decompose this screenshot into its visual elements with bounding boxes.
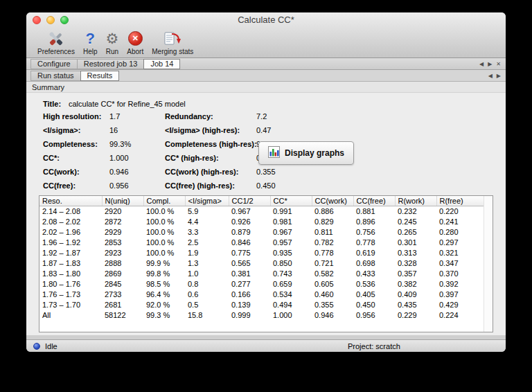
tab-results[interactable]: Results	[80, 71, 120, 81]
merging-stats-button[interactable]: Merging stats	[148, 29, 197, 55]
close-window-button[interactable]	[33, 16, 41, 24]
cell-nuniq: 2845	[102, 279, 143, 289]
app-window: Calculate CC*	[26, 12, 506, 352]
cell-compl: 99.3 %	[143, 310, 185, 321]
cell-cc-free: 0.756	[353, 227, 395, 238]
display-graphs-button[interactable]: Display graphs	[258, 141, 354, 165]
summary-label-1: CC(work):	[43, 165, 109, 179]
cell-cc-work: 0.886	[312, 206, 353, 217]
minimize-window-button[interactable]	[46, 16, 55, 24]
run-button[interactable]: ⚙ Run	[102, 29, 123, 55]
cell-cc-free: 0.619	[353, 248, 395, 258]
table-row[interactable]: 2.14 – 2.08 2920 100.0 % 5.9 0.967 0.991…	[39, 206, 493, 217]
results-panel: Title:calculate CC* for Refine_45 model …	[26, 93, 506, 335]
tab-scroll-left-icon[interactable]: ◀	[479, 61, 484, 67]
summary-row: CC(work):0.946CC(work) (high-res):0.355	[39, 165, 493, 179]
cell-cc-work: 0.778	[312, 248, 353, 258]
cell-r-work: 0.313	[395, 248, 436, 258]
table-row[interactable]: 1.87 – 1.83 2888 99.9 % 1.3 0.565 0.850 …	[39, 258, 493, 269]
cell-r-work: 0.357	[395, 269, 436, 279]
column-header[interactable]: R(work)	[395, 196, 436, 206]
table-row[interactable]: 1.83 – 1.80 2869 99.8 % 1.0 0.381 0.743 …	[39, 269, 493, 279]
cell-cc-work: 0.811	[312, 227, 353, 238]
column-header[interactable]: N(uniq)	[102, 196, 143, 206]
table-header-row: Reso.N(uniq)Compl.<I/sigma>CC1/2CC*CC(wo…	[39, 196, 493, 206]
column-header[interactable]: CC(free)	[353, 196, 395, 206]
preferences-button[interactable]: Preferences	[33, 29, 79, 55]
cell-reso: 1.96 – 1.92	[39, 238, 102, 248]
tab-scroll-right-icon[interactable]: ▶	[488, 61, 492, 67]
cell-r-work: 0.435	[395, 300, 436, 310]
cell-cc-star: 0.743	[270, 269, 312, 279]
window-header: Calculate CC*	[26, 12, 506, 58]
cell-cc-free: 0.405	[353, 289, 395, 300]
cell-nuniq: 2888	[102, 258, 143, 269]
cell-compl: 100.0 %	[143, 238, 185, 248]
cell-cc-free: 0.698	[353, 258, 395, 269]
column-header[interactable]: CC*	[270, 196, 312, 206]
cell-isigma: 0.8	[185, 279, 229, 289]
results-table-container: Reso.N(uniq)Compl.<I/sigma>CC1/2CC*CC(wo…	[39, 195, 493, 332]
table-row[interactable]: 2.08 – 2.02 2872 100.0 % 4.4 0.926 0.981…	[39, 217, 493, 227]
cell-cc-half: 0.967	[229, 206, 270, 217]
tab-close-icon[interactable]: ✕	[496, 61, 501, 67]
result-tab-scroll-left-icon[interactable]: ◀	[488, 73, 493, 79]
cell-cc-half: 0.139	[229, 300, 270, 310]
tab-run-status[interactable]: Run status	[30, 71, 81, 81]
cell-cc-free: 0.881	[353, 206, 395, 217]
cell-compl: 99.9 %	[143, 258, 185, 269]
project-label: Project: scratch	[348, 342, 400, 350]
cell-isigma: 4.4	[185, 217, 229, 227]
summary-value-1: 0.956	[109, 179, 165, 193]
table-row[interactable]: 1.73 – 1.70 2681 92.0 % 0.5 0.139 0.494 …	[39, 300, 493, 310]
summary-label-2: CC(free) (high-res):	[165, 179, 256, 193]
cell-cc-half: 0.277	[229, 279, 270, 289]
cell-cc-star: 0.981	[270, 217, 312, 227]
cell-cc-free: 0.896	[353, 217, 395, 227]
cell-nuniq: 58122	[102, 310, 143, 321]
cell-r-work: 0.229	[395, 310, 436, 321]
cell-reso: All	[39, 310, 102, 321]
window-controls	[33, 16, 69, 24]
merging-stats-icon	[163, 29, 181, 48]
table-row[interactable]: 1.96 – 1.92 2853 100.0 % 2.5 0.846 0.957…	[39, 238, 493, 248]
table-row[interactable]: 1.80 – 1.76 2845 98.5 % 0.8 0.277 0.659 …	[39, 279, 493, 289]
summary-value-2: 7.2	[256, 109, 267, 123]
abort-button[interactable]: ✕ Abort	[123, 29, 148, 55]
cell-cc-half: 0.166	[229, 289, 270, 300]
titlebar[interactable]: Calculate CC*	[26, 12, 506, 28]
cell-cc-half: 0.565	[229, 258, 270, 269]
column-header[interactable]: Reso.	[39, 196, 102, 206]
zoom-window-button[interactable]	[60, 16, 69, 24]
toolbar: Preferences ? Help ⚙ Run ✕	[26, 28, 506, 57]
cell-compl: 100.0 %	[143, 206, 185, 217]
column-header[interactable]: CC1/2	[229, 196, 270, 206]
help-button[interactable]: ? Help	[79, 29, 102, 55]
column-header[interactable]: CC(work)	[312, 196, 353, 206]
cell-reso: 1.83 – 1.80	[39, 269, 102, 279]
summary-title-row: Title:calculate CC* for Refine_45 model	[39, 98, 493, 109]
cell-reso: 2.02 – 1.96	[39, 227, 102, 238]
summary-label-2: Completeness (high-res):	[165, 137, 256, 151]
table-row[interactable]: All 58122 99.3 % 15.8 0.999 1.000 0.946 …	[39, 310, 493, 321]
cell-reso: 2.14 – 2.08	[39, 206, 102, 217]
cell-cc-star: 0.659	[270, 279, 312, 289]
table-row[interactable]: 1.92 – 1.87 2923 100.0 % 1.9 0.775 0.935…	[39, 248, 493, 258]
cell-nuniq: 2733	[102, 289, 143, 300]
cell-r-work: 0.382	[395, 279, 436, 289]
cell-cc-star: 0.534	[270, 289, 312, 300]
cell-nuniq: 2872	[102, 217, 143, 227]
tab-job-14[interactable]: Job 14	[143, 59, 180, 69]
tab-restored-job-13[interactable]: Restored job 13	[77, 59, 145, 69]
cell-r-work: 0.245	[395, 217, 436, 227]
table-scrollbar[interactable]	[484, 196, 493, 332]
tab-configure[interactable]: Configure	[30, 59, 78, 69]
cell-reso: 1.87 – 1.83	[39, 258, 102, 269]
cell-cc-star: 0.935	[270, 248, 312, 258]
result-tab-scroll-right-icon[interactable]: ▶	[497, 73, 501, 79]
column-header[interactable]: <I/sigma>	[185, 196, 229, 206]
table-row[interactable]: 2.02 – 1.96 2929 100.0 % 3.3 0.879 0.967…	[39, 227, 493, 238]
column-header[interactable]: Compl.	[143, 196, 185, 206]
cell-cc-work: 0.460	[312, 289, 353, 300]
table-row[interactable]: 1.76 – 1.73 2733 96.4 % 0.6 0.166 0.534 …	[39, 289, 493, 300]
